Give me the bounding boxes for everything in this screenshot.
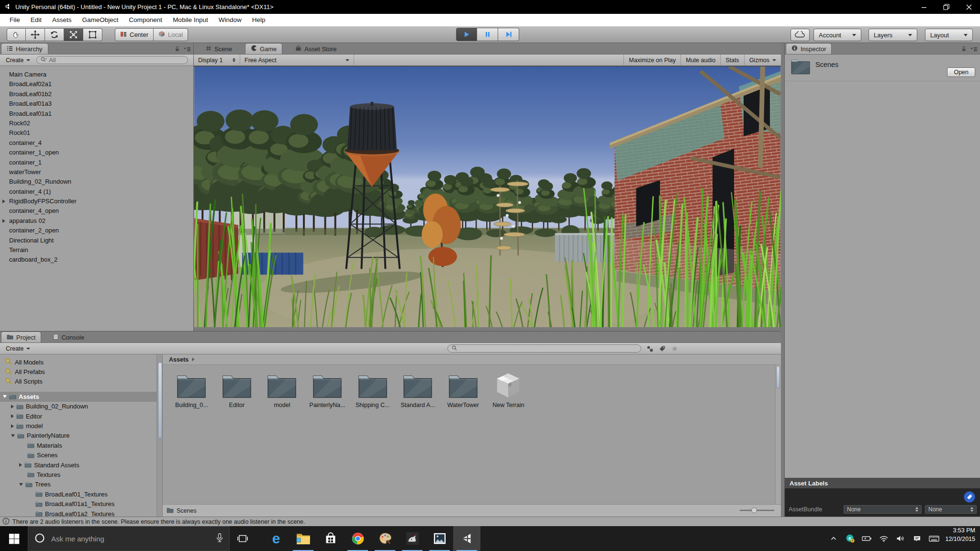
minimize-button[interactable] xyxy=(913,0,935,14)
keyboard-icon[interactable] xyxy=(928,533,940,544)
cortana-search-input[interactable]: Ask me anything xyxy=(28,526,230,551)
tree-item[interactable]: Building_02_Rundown xyxy=(0,402,156,411)
panel-menu-icon[interactable] xyxy=(183,45,191,54)
expand-arrow-icon[interactable] xyxy=(19,483,23,486)
asset-folder[interactable]: WaterTower xyxy=(441,365,486,504)
asset-terrain[interactable]: New Terrain xyxy=(486,365,531,504)
assetbundle-variant-dropdown[interactable]: None xyxy=(925,505,977,514)
microphone-icon[interactable] xyxy=(216,533,223,545)
volume-icon[interactable] xyxy=(894,533,907,544)
hierarchy-item[interactable]: Main Camera xyxy=(0,70,193,79)
unity-icon[interactable] xyxy=(453,526,480,551)
hierarchy-item[interactable]: BroadLeaf01b2 xyxy=(0,89,193,99)
aspect-dropdown[interactable]: Free Aspect xyxy=(240,55,354,66)
expand-arrow-icon[interactable] xyxy=(11,424,14,428)
tab-console[interactable]: Console xyxy=(48,332,89,342)
lock-icon[interactable] xyxy=(961,45,967,54)
security-icon[interactable]: e xyxy=(844,533,857,544)
tab-hierarchy[interactable]: Hierarchy xyxy=(1,43,48,54)
search-by-type-icon[interactable] xyxy=(644,343,656,354)
cloud-services-button[interactable] xyxy=(791,29,810,41)
tree-item[interactable]: Scenes xyxy=(0,451,156,460)
tree-item[interactable]: Editor xyxy=(0,411,156,421)
hierarchy-item[interactable]: container_1_open xyxy=(0,148,193,157)
menu-edit[interactable]: Edit xyxy=(25,14,47,26)
asset-folder[interactable]: PainterlyNa... xyxy=(305,365,350,504)
task-view-icon[interactable] xyxy=(230,526,256,551)
favorite-star-icon[interactable] xyxy=(669,343,680,354)
menu-gameobject[interactable]: GameObject xyxy=(77,14,124,26)
expand-arrow-icon[interactable] xyxy=(11,414,14,418)
hierarchy-item[interactable]: apparatus 02 xyxy=(0,216,193,226)
battery-icon[interactable] xyxy=(861,533,873,544)
menu-help[interactable]: Help xyxy=(247,14,271,26)
hierarchy-item[interactable]: RigidBodyFPSController xyxy=(0,197,193,206)
hierarchy-item[interactable]: container_4_open xyxy=(0,206,193,216)
hierarchy-item[interactable]: BroadLeaf01a3 xyxy=(0,99,193,109)
favorite-all-scripts[interactable]: All Scripts xyxy=(0,377,156,386)
hierarchy-item[interactable]: BroadLeaf01a1 xyxy=(0,109,193,119)
hand-tool[interactable] xyxy=(7,28,26,41)
file-explorer-icon[interactable] xyxy=(290,526,317,551)
tree-item[interactable]: BroadLeaf01a2_Textures xyxy=(0,509,156,517)
expand-arrow-icon[interactable] xyxy=(3,395,7,398)
tree-item[interactable]: Textures xyxy=(0,470,156,479)
hierarchy-item[interactable]: container_4 (1) xyxy=(0,187,193,197)
asset-folder[interactable]: model xyxy=(259,365,305,504)
menu-file[interactable]: File xyxy=(4,14,25,26)
maximize-button[interactable] xyxy=(935,0,958,14)
asset-folder[interactable]: Editor xyxy=(214,365,260,504)
account-dropdown[interactable]: Account xyxy=(813,29,861,41)
hierarchy-item[interactable]: Directional Light xyxy=(0,236,193,245)
chevron-up-icon[interactable] xyxy=(827,533,840,544)
expand-arrow-icon[interactable] xyxy=(2,199,5,203)
expand-arrow-icon[interactable] xyxy=(19,463,22,467)
hierarchy-item[interactable]: Terrain xyxy=(0,245,193,255)
asset-folder[interactable]: Building_0... xyxy=(169,365,214,504)
thumbnail-size-slider[interactable] xyxy=(740,507,774,515)
store-icon[interactable] xyxy=(317,526,344,551)
hierarchy-item[interactable]: Rock02 xyxy=(0,119,193,128)
hierarchy-item[interactable]: Rock01 xyxy=(0,128,193,138)
start-button[interactable] xyxy=(0,526,28,551)
tree-item[interactable]: Assets xyxy=(0,392,156,401)
menu-mobile-input[interactable]: Mobile Input xyxy=(167,14,213,26)
favorite-all-prefabs[interactable]: All Prefabs xyxy=(0,367,156,376)
asset-folder[interactable]: Shipping C... xyxy=(350,365,395,504)
hierarchy-item[interactable]: cardboard_box_2 xyxy=(0,255,193,264)
wifi-icon[interactable] xyxy=(878,533,890,544)
rhino3d-icon[interactable] xyxy=(399,526,426,551)
pivot-local-button[interactable]: Local xyxy=(154,28,188,41)
paint-icon[interactable] xyxy=(371,526,399,551)
tab-project[interactable]: Project xyxy=(1,331,41,342)
tab-asset-store[interactable]: Asset Store xyxy=(290,44,342,54)
tree-item[interactable]: model xyxy=(0,421,156,430)
pivot-center-button[interactable]: Center xyxy=(115,28,154,41)
expand-arrow-icon[interactable] xyxy=(11,405,14,408)
layers-dropdown[interactable]: Layers xyxy=(869,29,917,41)
photos-icon[interactable] xyxy=(426,526,453,551)
hierarchy-item[interactable]: container_4 xyxy=(0,138,193,148)
assets-scrollbar[interactable] xyxy=(775,365,781,504)
pause-button[interactable] xyxy=(477,28,498,41)
hierarchy-create-button[interactable]: Create xyxy=(2,55,33,66)
display-dropdown[interactable]: Display 1 xyxy=(194,55,240,66)
mute-audio-button[interactable]: Mute audio xyxy=(680,55,720,66)
menu-component[interactable]: Component xyxy=(123,14,167,26)
expand-arrow-icon[interactable] xyxy=(11,434,15,437)
stats-button[interactable]: Stats xyxy=(720,55,744,66)
play-button[interactable] xyxy=(456,28,477,41)
menu-assets[interactable]: Assets xyxy=(47,14,77,26)
hierarchy-item[interactable]: BroadLeaf02a1 xyxy=(0,79,193,89)
tree-item[interactable]: BroadLeaf01a1_Textures xyxy=(0,499,156,508)
hierarchy-item[interactable]: waterTower xyxy=(0,167,193,177)
hierarchy-item[interactable]: Building_02_Rundown xyxy=(0,177,193,187)
tab-game[interactable]: Game xyxy=(245,43,282,54)
assetbundle-dropdown[interactable]: None xyxy=(844,505,922,514)
tree-item[interactable]: Trees xyxy=(0,480,156,489)
panel-menu-icon[interactable] xyxy=(970,45,978,54)
tag-icon[interactable] xyxy=(963,491,976,503)
close-button[interactable] xyxy=(958,0,980,14)
open-button[interactable]: Open xyxy=(947,67,975,77)
gizmos-button[interactable]: Gizmos xyxy=(744,55,781,66)
